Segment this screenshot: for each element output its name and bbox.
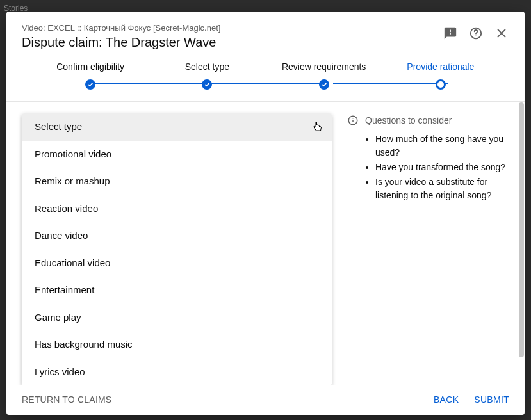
step-dot-done [202, 79, 212, 90]
step-dot-done [85, 79, 95, 90]
dropdown-item-has-background-music[interactable]: Has background music [22, 331, 332, 359]
type-dropdown[interactable]: Select type Promotional video Remix or m… [22, 113, 332, 385]
step-label: Provide rationale [382, 61, 499, 72]
step-review-requirements[interactable]: Review requirements [266, 61, 382, 90]
dropdown-item-promotional-video[interactable]: Promotional video [22, 141, 332, 168]
dropdown-item-dance-video[interactable]: Dance video [22, 222, 332, 250]
step-dot-active [436, 79, 446, 90]
modal-header: Video: EXCEL :: Карточный Фокус [Secret-… [6, 12, 525, 56]
help-icon[interactable] [468, 26, 484, 41]
dropdown-item-reaction-video[interactable]: Reaction video [22, 195, 332, 223]
question-item: Is your video a substitute for listening… [375, 175, 509, 202]
scrollbar[interactable] [519, 102, 524, 365]
step-provide-rationale[interactable]: Provide rationale [382, 61, 499, 90]
question-item: How much of the song have you used? [375, 133, 509, 159]
dropdown-item-remix-or-mashup[interactable]: Remix or mashup [22, 168, 332, 195]
svg-point-4 [352, 118, 353, 118]
submit-button[interactable]: SUBMIT [474, 394, 509, 405]
page-title: Dispute claim: The Dragster Wave [22, 35, 443, 50]
question-item: Have you transformed the song? [375, 161, 509, 174]
dropdown-item-educational-video[interactable]: Educational video [22, 250, 332, 277]
stepper: Confirm eligibility Select type Review r… [6, 56, 525, 102]
info-icon [347, 115, 359, 126]
step-label: Select type [149, 61, 265, 72]
modal-footer: RETURN TO CLAIMS BACK SUBMIT [6, 385, 525, 415]
questions-panel: Questions to consider How much of the so… [347, 113, 509, 385]
step-connector [211, 83, 327, 84]
svg-point-1 [475, 35, 476, 36]
step-label: Confirm eligibility [32, 61, 149, 72]
feedback-icon[interactable] [443, 26, 458, 41]
step-confirm-eligibility[interactable]: Confirm eligibility [32, 61, 149, 90]
scrollbar-thumb[interactable] [519, 102, 524, 357]
dropdown-item-select-type[interactable]: Select type [22, 113, 332, 141]
dropdown-item-entertainment[interactable]: Entertainment [22, 277, 332, 304]
return-to-claims-link[interactable]: RETURN TO CLAIMS [22, 394, 111, 405]
step-connector [333, 83, 448, 84]
step-dot-done [319, 79, 329, 90]
step-label: Review requirements [266, 61, 382, 72]
video-title-line: Video: EXCEL :: Карточный Фокус [Secret-… [22, 23, 443, 33]
dispute-claim-modal: Video: EXCEL :: Карточный Фокус [Secret-… [6, 12, 525, 415]
modal-body: Select type Promotional video Remix or m… [6, 102, 525, 385]
back-button[interactable]: BACK [434, 394, 459, 405]
step-select-type[interactable]: Select type [149, 61, 265, 90]
questions-list: How much of the song have you used? Have… [347, 133, 509, 202]
step-connector [90, 83, 205, 84]
close-icon[interactable] [494, 26, 509, 41]
questions-heading: Questions to consider [365, 115, 452, 125]
dropdown-item-lyrics-video[interactable]: Lyrics video [22, 359, 332, 386]
dropdown-item-game-play[interactable]: Game play [22, 304, 332, 332]
